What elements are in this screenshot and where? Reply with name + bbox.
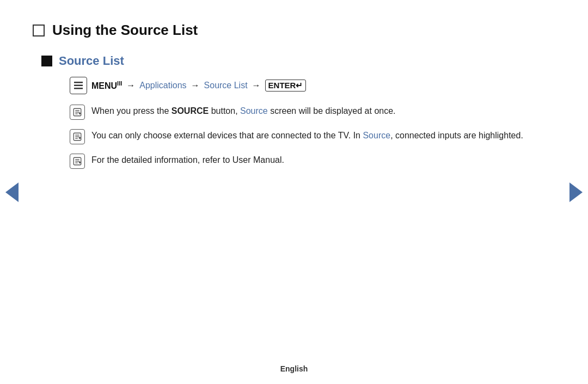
note-item-3: For the detailed information, refer to U… bbox=[70, 153, 544, 169]
svg-rect-2 bbox=[74, 88, 83, 89]
nav-arrow-left[interactable] bbox=[5, 182, 19, 202]
section: Source List MENUIII → Applications → Sou… bbox=[41, 54, 544, 169]
enter-button: ENTER↵ bbox=[265, 80, 307, 92]
source-list-link: Source List bbox=[204, 81, 248, 90]
main-title-text: Using the Source List bbox=[52, 22, 198, 39]
nav-arrow-right[interactable] bbox=[569, 182, 583, 202]
applications-link: Applications bbox=[139, 81, 186, 90]
arrow3: → bbox=[252, 81, 261, 90]
menu-path: MENUIII → Applications → Source List → E… bbox=[70, 77, 544, 94]
section-header: Source List bbox=[41, 54, 544, 68]
note-icon-3 bbox=[70, 154, 85, 169]
svg-rect-0 bbox=[74, 82, 83, 83]
note-icon-1 bbox=[70, 105, 85, 120]
arrow2: → bbox=[191, 81, 200, 90]
note-item-1: When you press the SOURCE button, Source… bbox=[70, 104, 544, 120]
note-text-1: When you press the SOURCE button, Source… bbox=[91, 104, 396, 118]
page-container: Using the Source List Source List MENUII… bbox=[0, 0, 588, 384]
footer-language: English bbox=[280, 364, 308, 373]
black-square-icon bbox=[41, 56, 52, 66]
note-icon-2 bbox=[70, 129, 85, 144]
arrow1: → bbox=[126, 81, 135, 90]
note-list: When you press the SOURCE button, Source… bbox=[70, 104, 544, 169]
main-title-row: Using the Source List bbox=[33, 22, 544, 39]
section-title: Source List bbox=[59, 54, 124, 68]
note-text-2: You can only choose external devices tha… bbox=[91, 129, 523, 143]
checkbox-icon bbox=[33, 25, 45, 36]
menu-label: MENUIII bbox=[91, 80, 122, 91]
note-item-2: You can only choose external devices tha… bbox=[70, 129, 544, 144]
note-text-3: For the detailed information, refer to U… bbox=[91, 153, 284, 167]
svg-rect-1 bbox=[74, 85, 83, 87]
menu-button-icon bbox=[70, 77, 87, 94]
